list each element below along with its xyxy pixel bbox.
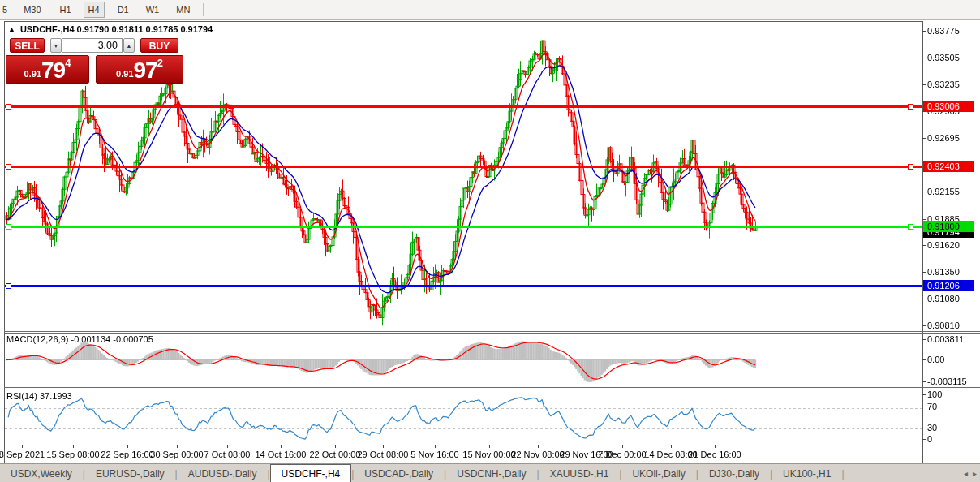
- macd-axis-tick-mark: [922, 339, 926, 340]
- price-axis-label: 0.93505: [927, 53, 960, 62]
- rsi-axis-tick-mark: [922, 407, 926, 407]
- timeframe-button-h1[interactable]: H1: [55, 2, 76, 18]
- timeframe-button-mn[interactable]: MN: [171, 2, 195, 18]
- price-axis-label: 0.91350: [927, 267, 960, 277]
- time-axis-label: 15 Sep 08:00: [46, 450, 99, 459]
- price-axis-tick-mark: [922, 325, 926, 326]
- time-axis-tick-mark: [622, 445, 623, 448]
- time-axis-label: 14 Oct 16:00: [256, 450, 307, 459]
- time-axis-tick-mark: [177, 445, 178, 448]
- time-axis-tick-mark: [671, 445, 672, 448]
- time-axis-tick-mark: [227, 445, 228, 448]
- buy-price-sup: 2: [157, 57, 163, 69]
- chart-tab-usdx-weekly[interactable]: USDX,Weekly: [0, 464, 83, 482]
- sell-price-prefix: 0.91: [24, 69, 41, 79]
- sell-price-sup: 4: [65, 57, 71, 69]
- price-axis-label: 0.91620: [927, 240, 960, 250]
- macd-panel-splitter[interactable]: [4, 331, 980, 332]
- chart-tab-usdcad-daily[interactable]: USDCAD-,Daily: [354, 464, 444, 482]
- line-handle-left[interactable]: [6, 283, 11, 289]
- horizontal-line-0.918[interactable]: [5, 226, 922, 228]
- horizontal-line-0.92403[interactable]: [5, 166, 922, 168]
- time-axis-label: 21 Dec 16:00: [688, 450, 741, 459]
- time-axis-tick-mark: [127, 445, 128, 448]
- time-axis-label: 7 Oct 08:00: [204, 450, 251, 459]
- timeframe-button-m30[interactable]: M30: [19, 2, 45, 18]
- time-axis-tick-mark: [383, 445, 384, 448]
- timeframe-button-5[interactable]: 5: [0, 2, 12, 18]
- tab-separator: |: [841, 464, 844, 482]
- terminal-window: 5M30H1H4D1W1MN ▲ USDCHF-,H4 0.91790 0.91…: [0, 0, 980, 482]
- rsi-axis-label: 100: [927, 389, 942, 399]
- timeframe-button-d1[interactable]: D1: [113, 2, 134, 18]
- rsi-indicator-label: RSI(14) 37.1993: [6, 391, 72, 401]
- line-handle-left[interactable]: [6, 104, 11, 110]
- price-axis-label: 0.92155: [927, 187, 960, 196]
- symbol-ohlc-header: ▲ USDCHF-,H4 0.91790 0.91811 0.91785 0.9…: [8, 24, 213, 34]
- chart-tab-ukoil-daily[interactable]: UKOil-,Daily: [621, 464, 695, 482]
- price-axis-label: 0.92695: [927, 133, 960, 143]
- chart-tab-bar: USDX,Weekly|EURUSD-,Daily|AUDUSD-,Daily|…: [0, 463, 980, 482]
- chart-tab-usdchf-h4[interactable]: USDCHF-,H4: [270, 464, 352, 482]
- price-axis-tick-mark: [922, 299, 926, 299]
- time-axis-label: 15 Nov 00:00: [462, 450, 515, 459]
- price-axis-divider: [922, 21, 923, 463]
- macd-axis-tick-mark: [922, 381, 926, 382]
- rsi-panel-splitter[interactable]: [4, 387, 980, 388]
- chart-tab-eurusd-daily[interactable]: EURUSD-,Daily: [85, 464, 175, 482]
- price-axis-badge: 0.91800: [923, 221, 974, 232]
- timeframe-button-w1[interactable]: W1: [141, 2, 165, 18]
- sell-button[interactable]: SELL: [10, 38, 45, 53]
- time-axis-tick-mark: [22, 445, 23, 448]
- price-axis-tick-mark: [922, 84, 926, 85]
- price-axis-tick-mark: [922, 245, 926, 246]
- macd-axis-label: -0.003115: [927, 377, 967, 386]
- rsi-axis-tick-mark: [922, 439, 926, 440]
- time-axis-tick-mark: [587, 445, 587, 448]
- buy-button[interactable]: BUY: [140, 38, 178, 53]
- price-axis-badge: 0.93006: [923, 101, 974, 112]
- volume-increase-button[interactable]: ▲: [123, 38, 135, 53]
- line-handle-left[interactable]: [6, 224, 11, 230]
- volume-input[interactable]: 3.00: [62, 38, 122, 53]
- line-handle-right[interactable]: [908, 104, 913, 110]
- collapse-triangle-icon[interactable]: ▲: [8, 25, 15, 33]
- line-handle-right[interactable]: [908, 164, 913, 170]
- time-axis-tick-mark: [538, 445, 539, 448]
- buy-price-display[interactable]: 0.91972: [96, 55, 183, 84]
- time-axis-label: 5 Nov 16:00: [410, 450, 458, 459]
- sell-price-display[interactable]: 0.91794: [6, 55, 89, 84]
- macd-panel-splitter-2[interactable]: [4, 333, 980, 334]
- chart-tab-uk100-h1[interactable]: UK100-,H1: [772, 464, 841, 482]
- price-axis-tick-mark: [922, 192, 926, 192]
- rsi-axis-label: 30: [927, 423, 937, 433]
- time-axis-label: 29 Oct 08:00: [358, 450, 409, 459]
- tab-scroll-right-icon[interactable]: ▸: [973, 469, 977, 478]
- time-axis-label: 22 Nov 08:00: [511, 450, 564, 459]
- chart-tab-usdcnh-daily[interactable]: USDCNH-,Daily: [446, 464, 536, 482]
- timeframe-button-h4[interactable]: H4: [84, 2, 105, 18]
- rsi-axis-tick-mark: [922, 394, 926, 395]
- buy-price-big: 97: [134, 60, 157, 81]
- buy-price-prefix: 0.91: [116, 69, 133, 79]
- horizontal-line-0.91206[interactable]: [5, 285, 922, 287]
- price-axis-label: 0.93235: [927, 80, 960, 89]
- line-handle-left[interactable]: [6, 164, 11, 170]
- chart-tab-xauusd-h1[interactable]: XAUUSD-,H1: [539, 464, 620, 482]
- chart-tab-dj30-daily[interactable]: DJ30-,Daily: [698, 464, 770, 482]
- price-axis-tick-mark: [922, 219, 926, 220]
- time-axis-tick-mark: [335, 445, 336, 448]
- rsi-panel-splitter-2[interactable]: [4, 389, 980, 389]
- time-axis-label: 22 Oct 00:00: [310, 450, 361, 459]
- timeframe-toolbar: 5M30H1H4D1W1MN: [0, 0, 980, 20]
- time-axis-tick-mark: [73, 445, 74, 448]
- horizontal-line-0.93006[interactable]: [5, 105, 922, 108]
- tab-scroll-left-icon[interactable]: ◂: [964, 469, 968, 478]
- chart-tab-audusd-daily[interactable]: AUDUSD-,Daily: [178, 464, 268, 482]
- line-handle-right[interactable]: [908, 224, 913, 230]
- price-axis-tick-mark: [922, 31, 926, 32]
- price-axis-tick-mark: [922, 272, 926, 273]
- time-axis-tick-mark: [435, 445, 436, 448]
- one-click-trading-panel: SELL ▼ 3.00 ▲ BUY 0.91794 0.91972: [6, 37, 184, 84]
- volume-decrease-button[interactable]: ▼: [50, 38, 62, 53]
